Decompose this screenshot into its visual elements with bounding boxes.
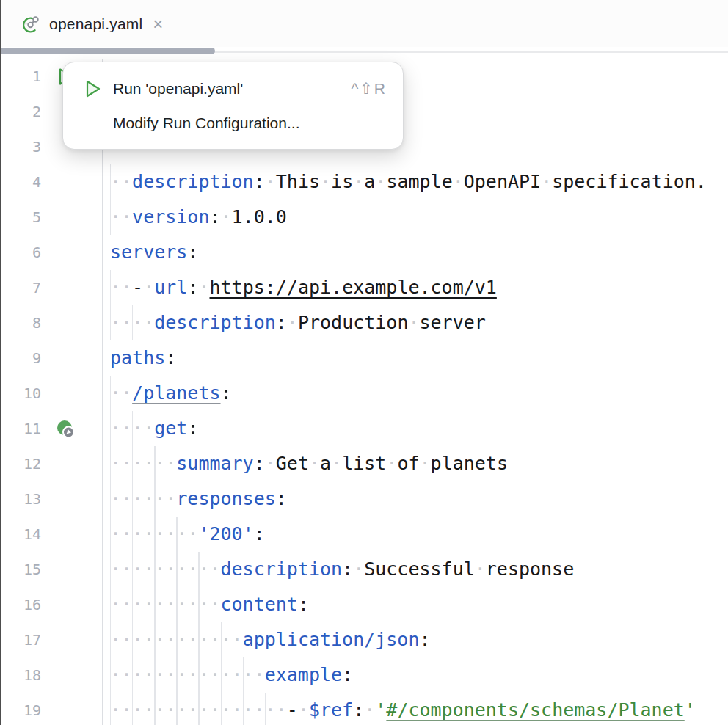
code-line-12[interactable]: 12······summary:·Get·a·list·of·planets [0,446,728,481]
line-number: 4 [0,164,41,200]
code-editor[interactable]: 1234··description:·This·is·a·sample·Open… [0,59,728,725]
code-text: ······summary:·Get·a·list·of·planets [110,446,508,481]
code-text: paths: [110,340,176,376]
code-text: ··········content: [110,587,309,622]
code-line-13[interactable]: 13······responses: [0,481,728,517]
code-line-10[interactable]: 10··/planets: [0,376,728,411]
line-number: 3 [0,129,41,164]
line-number: 14 [0,517,41,552]
code-text: ··············example: [110,657,353,693]
code-text: ······responses: [110,481,287,517]
line-number: 12 [0,446,41,481]
code-line-18[interactable]: 18··············example: [0,657,728,693]
line-number: 8 [0,305,41,340]
code-line-8[interactable]: 8····description:·Production·server [0,305,728,340]
code-line-11[interactable]: 11····get: [0,411,728,446]
code-text: ··········description:·Successful·respon… [110,552,574,587]
run-context-popup: Run 'openapi.yaml' ^⇧R Modify Run Config… [62,62,404,150]
line-number: 16 [0,587,41,622]
code-text: ················-·$ref:·'#/components/sc… [110,693,696,725]
menu-item-modify-run-config[interactable]: Modify Run Configuration... [63,106,403,140]
tabbar-scroll-thumb[interactable] [0,48,215,54]
code-line-15[interactable]: 15··········description:·Successful·resp… [0,552,728,587]
line-number: 6 [0,235,41,270]
code-line-17[interactable]: 17············application/json: [0,622,728,657]
tab-title: openapi.yaml [49,15,142,33]
code-text: ··-·url:·https://api.example.com/v1 [110,270,497,305]
menu-item-modify-label: Modify Run Configuration... [113,114,299,132]
code-line-7[interactable]: 7··-·url:·https://api.example.com/v1 [0,270,728,305]
api-endpoint-icon[interactable] [53,411,78,446]
line-number: 11 [0,411,41,446]
run-play-icon [84,79,103,98]
menu-item-run[interactable]: Run 'openapi.yaml' ^⇧R [63,71,403,106]
line-number: 19 [0,693,41,725]
code-line-5[interactable]: 5··version:·1.0.0 [0,200,728,235]
line-number: 10 [0,376,41,411]
code-text: ····get: [110,411,198,446]
line-number: 5 [0,200,41,235]
line-number: 7 [0,270,41,305]
line-number: 18 [0,657,41,693]
line-number: 15 [0,552,41,587]
line-number: 1 [0,59,41,94]
code-text: ··version:·1.0.0 [110,200,287,235]
line-number: 2 [0,94,41,129]
line-number: 17 [0,622,41,657]
line-number: 13 [0,481,41,517]
openapi-file-icon [21,15,40,34]
editor-tab-bar: openapi.yaml × [0,0,728,47]
code-line-6[interactable]: 6servers: [0,235,728,270]
tab-openapi-yaml[interactable]: openapi.yaml × [21,10,164,38]
line-number: 9 [0,340,41,376]
code-text: ············application/json: [110,622,431,657]
menu-item-run-shortcut: ^⇧R [351,80,387,98]
tab-close-icon[interactable]: × [151,17,164,32]
code-text: ········'200': [110,517,265,552]
code-line-4[interactable]: 4··description:·This·is·a·sample·OpenAPI… [0,164,728,200]
code-line-19[interactable]: 19················-·$ref:·'#/components/… [0,693,728,725]
code-text: ··/planets: [110,376,232,411]
code-text: servers: [110,235,198,270]
code-text: ····description:·Production·server [110,305,486,340]
code-text: ··description:·This·is·a·sample·OpenAPI·… [110,164,707,200]
code-line-14[interactable]: 14········'200': [0,517,728,552]
window-left-edge [0,0,1,725]
code-line-9[interactable]: 9paths: [0,340,728,376]
menu-item-run-label: Run 'openapi.yaml' [113,80,243,98]
code-line-16[interactable]: 16··········content: [0,587,728,622]
